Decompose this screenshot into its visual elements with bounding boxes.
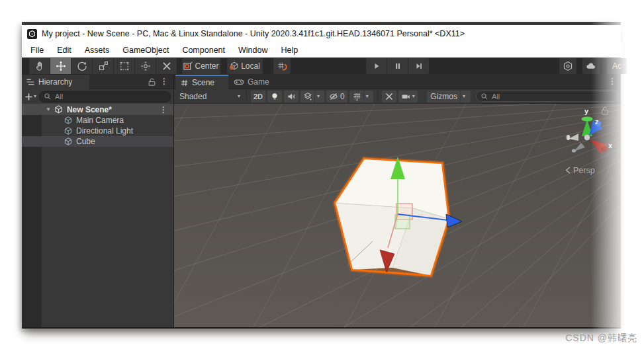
foldout-triangle-icon[interactable]: ▼ — [46, 107, 51, 112]
hierarchy-search-input[interactable] — [54, 92, 166, 101]
toggle-2d-button[interactable]: 2D — [251, 91, 265, 102]
chevron-down-icon[interactable]: ▾ — [460, 91, 467, 102]
hierarchy-panel: Hierarchy ⋮ ▾ ▼ — [22, 75, 173, 327]
draw-mode-dropdown[interactable]: Shaded ▾ — [177, 92, 242, 101]
hierarchy-icon — [26, 77, 35, 87]
menu-assets[interactable]: Assets — [78, 46, 116, 55]
tools-icon — [385, 92, 394, 101]
tab-scene[interactable]: Scene — [175, 75, 228, 89]
search-icon — [481, 93, 488, 100]
hierarchy-menu-kebab-icon[interactable]: ⋮ — [160, 77, 168, 85]
chevron-down-icon[interactable]: ▾ — [314, 91, 322, 102]
move-icon — [56, 61, 66, 71]
scene-audio-button[interactable] — [284, 91, 299, 102]
play-button[interactable] — [366, 58, 387, 74]
pivot-mode-button[interactable]: Center — [182, 58, 220, 74]
hierarchy-tabbar: Hierarchy ⋮ — [22, 75, 173, 89]
hidden-objects-button[interactable]: 0 — [326, 91, 347, 102]
transform-icon — [140, 61, 151, 71]
rotate-tool-button[interactable] — [71, 58, 93, 74]
account-button[interactable]: Ac — [607, 58, 627, 74]
gizmos-dropdown-button[interactable]: Gizmos ▾ — [427, 91, 471, 102]
scene-search-field[interactable] — [476, 91, 618, 102]
hand-icon — [34, 61, 45, 71]
plastic-scm-icon — [563, 61, 573, 71]
effects-dropdown-button[interactable]: ▾ — [300, 91, 324, 102]
custom-tool-button[interactable] — [156, 58, 177, 74]
hierarchy-item-main-camera[interactable]: Main Camera — [22, 115, 173, 126]
scene-menu-kebab-icon[interactable]: ⋮ — [608, 77, 616, 85]
divider — [377, 91, 378, 102]
hierarchy-toolbar: ▾ — [22, 89, 173, 104]
plastic-scm-button[interactable] — [559, 58, 576, 74]
pause-button[interactable] — [387, 58, 408, 74]
transform-tool-button[interactable] — [135, 58, 156, 74]
gizmos-label: Gizmos — [430, 92, 457, 101]
menu-component[interactable]: Component — [175, 46, 232, 55]
grid-visibility-button[interactable]: ▾ — [349, 91, 373, 102]
scene-tools-button[interactable] — [382, 91, 396, 102]
chevron-down-icon[interactable]: ▾ — [363, 91, 371, 102]
pivot-mode-label: Center — [195, 61, 218, 71]
scene-lighting-button[interactable] — [267, 91, 282, 102]
cloud-button[interactable] — [582, 58, 600, 74]
tab-game[interactable]: Game — [230, 75, 281, 89]
grid-snap-magnet-icon — [277, 61, 287, 71]
speaker-icon — [287, 92, 296, 101]
rect-tool-button[interactable] — [114, 58, 135, 74]
pause-icon — [392, 61, 403, 71]
create-object-button[interactable]: ▾ — [24, 93, 36, 101]
hierarchy-item-cube-selected[interactable]: Cube — [22, 136, 173, 147]
chevron-down-icon: ▾ — [412, 94, 415, 99]
hand-tool-button[interactable] — [29, 58, 50, 74]
menu-window[interactable]: Window — [232, 46, 274, 55]
hierarchy-search-field[interactable] — [39, 91, 171, 102]
lock-icon[interactable] — [147, 77, 156, 87]
item-label: Directional Light — [76, 126, 133, 136]
gizmo-center-handle[interactable] — [584, 135, 590, 141]
scene-camera-dropdown-button[interactable]: ▾ — [398, 91, 418, 102]
editor-main-area: Hierarchy ⋮ ▾ ▼ — [22, 75, 621, 327]
scene-grid-icon — [180, 79, 189, 87]
item-label: Cube — [76, 137, 95, 146]
unity-editor-window: My project - New Scene - PC, Mac & Linux… — [22, 22, 621, 329]
scene-tab-label: Scene — [192, 78, 214, 87]
plus-icon — [24, 93, 33, 101]
menu-bar: File Edit Assets GameObject Component Wi… — [22, 42, 623, 58]
grid-snap-button[interactable] — [273, 58, 291, 74]
draw-mode-label: Shaded — [179, 92, 207, 101]
scene-viewport[interactable]: y z x Persp — [174, 104, 621, 327]
light-bulb-icon — [270, 92, 279, 101]
hidden-count-label: 0 — [340, 92, 345, 101]
scale-tool-button[interactable] — [93, 58, 114, 74]
scene-search-input[interactable] — [490, 92, 613, 101]
menu-file[interactable]: File — [24, 46, 50, 55]
rotate-icon — [77, 61, 87, 71]
hierarchy-tab-label: Hierarchy — [38, 77, 72, 87]
menu-help[interactable]: Help — [274, 46, 304, 55]
scene-root-label: New Scene* — [67, 105, 112, 114]
chevron-down-icon: ▾ — [238, 94, 240, 99]
scene-row-kebab-icon[interactable]: ⋮ — [160, 106, 167, 114]
grid-axes-icon — [352, 92, 361, 101]
step-icon — [414, 61, 424, 71]
scene-root-row[interactable]: ▼ New Scene* ⋮ — [22, 104, 173, 115]
z-axis-label: z — [595, 118, 599, 126]
divider — [246, 91, 247, 102]
play-icon — [371, 61, 382, 71]
tab-hierarchy[interactable]: Hierarchy — [22, 75, 89, 89]
2d-label: 2D — [253, 93, 263, 100]
step-button[interactable] — [408, 58, 429, 74]
title-bar: My project - New Scene - PC, Mac & Linux… — [22, 25, 621, 42]
hierarchy-item-directional-light[interactable]: Directional Light — [22, 126, 173, 136]
hierarchy-tree: ▼ New Scene* ⋮ Main Camera — [22, 104, 173, 327]
pivot-icon — [183, 61, 193, 71]
move-tool-button[interactable] — [50, 58, 71, 74]
transform-tools-group — [29, 58, 177, 74]
menu-edit[interactable]: Edit — [50, 46, 78, 55]
unity-app-icon — [27, 29, 37, 39]
orientation-mode-button[interactable]: Local — [227, 58, 263, 74]
effects-layers-icon — [303, 92, 312, 101]
search-icon — [44, 93, 52, 100]
menu-gameobject[interactable]: GameObject — [116, 46, 175, 55]
